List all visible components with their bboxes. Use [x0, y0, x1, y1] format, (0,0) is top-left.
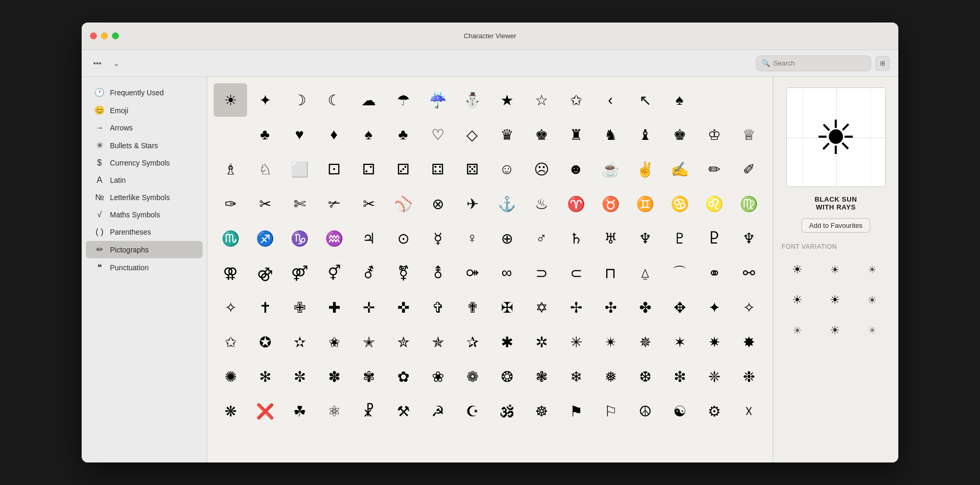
char-cell[interactable]: ⚐ — [594, 394, 627, 428]
char-cell[interactable]: ❈ — [697, 360, 731, 393]
char-cell[interactable]: ♊ — [628, 187, 662, 221]
char-cell[interactable]: ⬜ — [283, 152, 316, 186]
char-cell[interactable]: ∞ — [490, 256, 524, 290]
char-cell[interactable]: ♃ — [352, 222, 385, 255]
char-cell[interactable]: ✎ — [766, 152, 773, 186]
char-cell[interactable]: ⚒ — [386, 394, 420, 428]
char-cell[interactable]: ✵ — [628, 325, 662, 359]
char-cell[interactable]: ❆ — [628, 360, 662, 393]
char-cell[interactable]: ⚤ — [283, 256, 316, 290]
char-cell[interactable]: ⍙ — [628, 256, 662, 290]
search-input[interactable] — [773, 59, 865, 67]
char-cell[interactable]: ☪ — [455, 394, 489, 428]
sidebar-item-punctuation[interactable]: ❝Punctuation — [86, 259, 203, 276]
char-cell[interactable]: ⊂ — [559, 256, 593, 290]
char-cell[interactable]: ♉ — [594, 187, 627, 221]
char-cell[interactable]: ☾ — [317, 83, 351, 117]
char-cell[interactable]: ✧ — [732, 291, 765, 324]
char-cell[interactable]: ✍ — [663, 152, 696, 186]
char-cell[interactable]: ♥ — [283, 118, 316, 151]
char-cell[interactable]: ♚ — [525, 118, 558, 151]
char-cell[interactable]: ♦ — [317, 118, 351, 151]
char-cell[interactable]: ✛ — [352, 291, 385, 324]
char-cell[interactable]: ✲ — [525, 325, 558, 359]
font-variation-cell[interactable]: ☀ — [856, 317, 888, 344]
char-cell[interactable]: ♄ — [559, 222, 593, 255]
char-cell[interactable]: ♞ — [594, 118, 627, 151]
char-cell[interactable]: ✿ — [386, 360, 420, 393]
char-cell[interactable]: ✼ — [283, 360, 316, 393]
char-cell[interactable]: ♀ — [766, 222, 773, 255]
char-cell[interactable]: ⊕ — [490, 222, 524, 255]
char-cell[interactable]: ✂ — [248, 187, 282, 221]
char-cell[interactable]: ♋ — [663, 187, 696, 221]
char-cell[interactable]: ✥ — [663, 291, 696, 324]
char-cell[interactable]: ⚭ — [697, 256, 731, 290]
char-cell[interactable]: ☻ — [559, 152, 593, 186]
char-cell[interactable]: ✜ — [386, 291, 420, 324]
char-cell[interactable]: ✶ — [663, 325, 696, 359]
grid-toggle-button[interactable]: ⊞ — [875, 56, 890, 71]
char-cell[interactable]: ☕ — [594, 152, 627, 186]
char-cell[interactable]: ♒ — [317, 222, 351, 255]
char-cell[interactable]: ☧ — [352, 394, 385, 428]
char-cell[interactable]: ⊓ — [594, 256, 627, 290]
char-cell[interactable]: ⚁ — [352, 152, 385, 186]
sidebar-item-frequently-used[interactable]: 🕐Frequently Used — [86, 84, 203, 101]
char-cell[interactable]: ⚙ — [697, 394, 731, 428]
char-cell[interactable]: ⚑ — [559, 394, 593, 428]
char-cell[interactable]: ⚯ — [732, 256, 765, 290]
char-cell[interactable]: ♇ — [663, 222, 696, 255]
char-cell[interactable]: ☭ — [421, 394, 454, 428]
char-cell[interactable]: ✂ — [352, 187, 385, 221]
char-cell[interactable]: ✰ — [455, 325, 489, 359]
char-cell[interactable]: ↖ — [628, 83, 662, 117]
sidebar-item-pictographs[interactable]: ✏Pictographs — [86, 241, 203, 258]
char-cell[interactable]: ✭ — [352, 325, 385, 359]
char-cell[interactable]: ♡ — [421, 118, 454, 151]
char-cell[interactable]: ♣ — [386, 118, 420, 151]
char-cell[interactable]: ☯ — [663, 394, 696, 428]
char-cell[interactable]: ☘ — [283, 394, 316, 428]
char-cell[interactable]: ♑ — [283, 222, 316, 255]
char-cell[interactable]: 🕉 — [490, 394, 524, 428]
char-cell[interactable]: ⚀ — [317, 152, 351, 186]
char-cell[interactable]: ⊗ — [421, 187, 454, 221]
char-cell[interactable]: ❀ — [421, 360, 454, 393]
sidebar-item-parentheses[interactable]: ( )Parentheses — [86, 224, 203, 240]
font-variation-cell[interactable]: ☀ — [819, 287, 851, 313]
font-variation-cell[interactable]: ☀ — [856, 257, 888, 283]
char-cell[interactable]: ⚂ — [386, 152, 420, 186]
char-cell[interactable]: ☺ — [490, 152, 524, 186]
char-cell[interactable]: ⚦ — [352, 256, 385, 290]
minimize-button[interactable] — [101, 32, 108, 39]
char-cell[interactable]: ✴ — [594, 325, 627, 359]
char-cell[interactable]: ☁ — [352, 83, 385, 117]
char-cell[interactable]: ★ — [490, 83, 524, 117]
sidebar-item-letterlike-symbols[interactable]: №Letterlike Symbols — [86, 189, 203, 206]
char-cell[interactable]: ☀ — [214, 83, 247, 117]
char-cell[interactable]: ☿ — [421, 222, 454, 255]
char-cell[interactable]: ⊃ — [525, 256, 558, 290]
char-cell[interactable] — [697, 83, 731, 117]
char-cell[interactable]: ☆ — [525, 83, 558, 117]
char-cell[interactable]: ✺ — [214, 360, 247, 393]
char-cell[interactable]: ♘ — [248, 152, 282, 186]
sidebar-item-emoji[interactable]: 😊Emoji — [86, 102, 203, 119]
char-cell[interactable]: ⚛ — [317, 394, 351, 428]
char-cell[interactable]: ♠ — [352, 118, 385, 151]
char-cell[interactable]: ✪ — [248, 325, 282, 359]
char-cell[interactable]: ✟ — [455, 291, 489, 324]
char-cell[interactable]: ♐ — [248, 222, 282, 255]
char-cell[interactable]: ♝ — [628, 118, 662, 151]
char-cell[interactable]: ✤ — [628, 291, 662, 324]
char-cell[interactable]: ☮ — [628, 394, 662, 428]
add-to-favourites-button[interactable]: Add to Favourites — [801, 218, 871, 233]
char-cell[interactable]: ✙ — [283, 291, 316, 324]
char-cell[interactable]: ☸ — [525, 394, 558, 428]
font-variation-cell[interactable]: ☀ — [782, 317, 813, 344]
char-cell[interactable]: Ⴒ — [697, 222, 731, 255]
char-cell[interactable]: ⌒ — [663, 256, 696, 290]
char-cell[interactable]: ‹ — [594, 83, 627, 117]
more-options-button[interactable]: ••• — [90, 56, 105, 71]
